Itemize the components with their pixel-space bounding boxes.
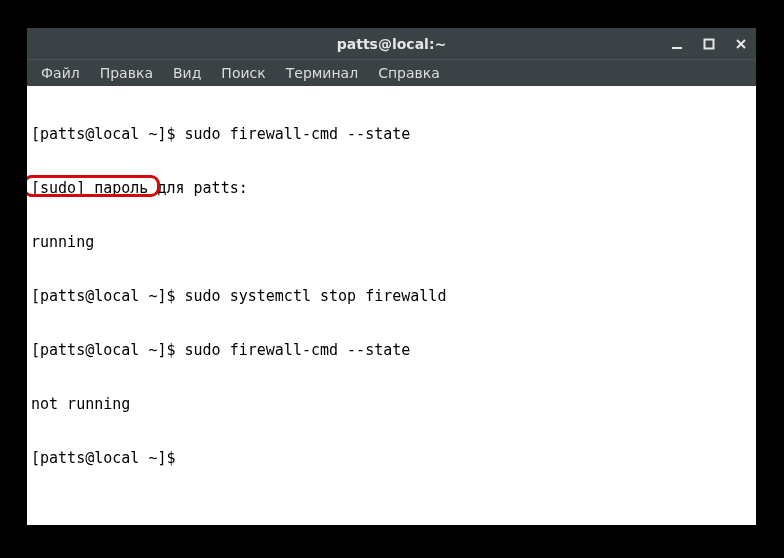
menu-edit[interactable]: Правка (90, 62, 163, 84)
terminal-line: [patts@local ~]$ sudo firewall-cmd --sta… (31, 125, 752, 143)
terminal-line: [patts@local ~]$ (31, 449, 752, 467)
window-title: patts@local:~ (27, 36, 756, 52)
terminal-body[interactable]: [patts@local ~]$ sudo firewall-cmd --sta… (27, 86, 756, 525)
titlebar[interactable]: patts@local:~ (27, 28, 756, 59)
minimize-icon (671, 38, 683, 50)
maximize-icon (703, 38, 715, 50)
svg-rect-1 (705, 39, 714, 48)
menu-search[interactable]: Поиск (211, 62, 275, 84)
menubar: Файл Правка Вид Поиск Терминал Справка (27, 59, 756, 86)
window-controls (668, 28, 750, 59)
svg-rect-0 (672, 47, 682, 49)
menu-terminal[interactable]: Терминал (276, 62, 368, 84)
terminal-line: not running (31, 395, 752, 413)
terminal-line: running (31, 233, 752, 251)
maximize-button[interactable] (700, 35, 718, 53)
terminal-line: [patts@local ~]$ sudo systemctl stop fir… (31, 287, 752, 305)
menu-file[interactable]: Файл (31, 62, 90, 84)
menu-help[interactable]: Справка (368, 62, 450, 84)
close-icon (735, 38, 747, 50)
terminal-line: [patts@local ~]$ sudo firewall-cmd --sta… (31, 341, 752, 359)
terminal-window: patts@local:~ Файл Правка Вид (27, 28, 756, 525)
close-button[interactable] (732, 35, 750, 53)
menu-view[interactable]: Вид (163, 62, 211, 84)
terminal-line: [sudo] пароль для patts: (31, 179, 752, 197)
minimize-button[interactable] (668, 35, 686, 53)
